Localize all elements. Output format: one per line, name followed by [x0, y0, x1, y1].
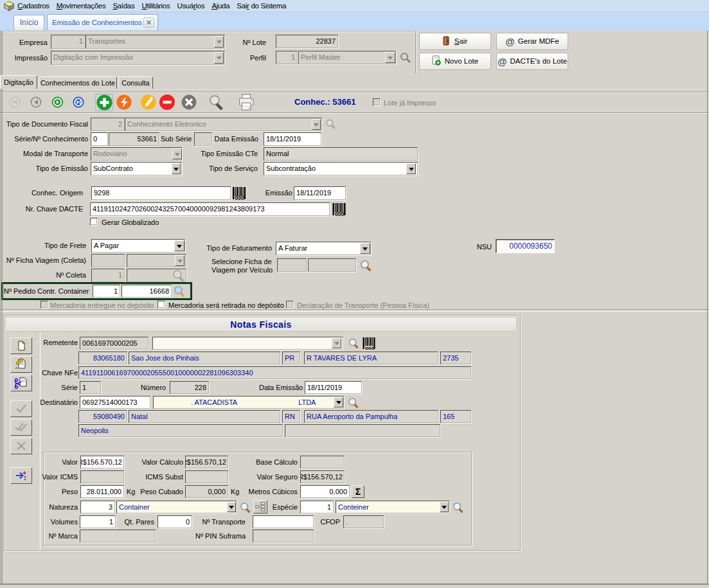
svg-text:000: 000 — [335, 211, 344, 217]
svg-text:ooo: ooo — [365, 345, 375, 350]
svg-text:000: 000 — [235, 195, 244, 200]
